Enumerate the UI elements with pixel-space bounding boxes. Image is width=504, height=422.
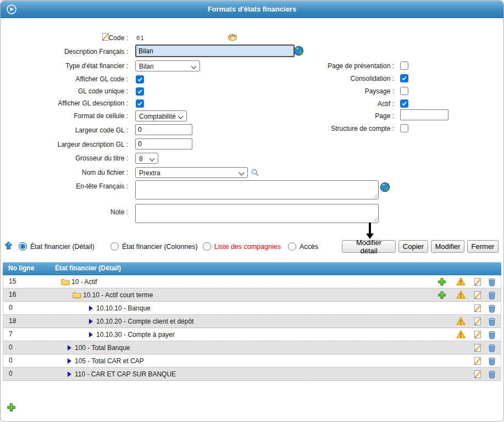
afficher-gl-description-label: Afficher GL description : [1, 99, 128, 107]
tree-arrow-icon[interactable] [87, 318, 95, 325]
type-etat-label: Type d'état financier : [1, 62, 128, 70]
page-presentation-checkbox[interactable] [400, 62, 408, 70]
check-icon [401, 101, 407, 107]
modifier-button[interactable]: Modifier [431, 240, 464, 253]
resize-handle-icon[interactable] [373, 194, 378, 198]
page-label: Page : [231, 112, 394, 120]
radio-acces[interactable]: Accès [288, 242, 318, 251]
check-icon [137, 101, 143, 107]
tree-arrow-icon[interactable] [65, 357, 73, 365]
edit-icon[interactable] [473, 277, 482, 286]
edit-icon[interactable] [473, 370, 482, 379]
edit-icon[interactable] [473, 317, 482, 326]
chevron-down-icon [149, 156, 155, 162]
note-textarea[interactable] [135, 204, 379, 223]
edit-icon[interactable] [473, 330, 482, 339]
edit-icon[interactable] [473, 343, 482, 352]
delete-icon[interactable] [488, 370, 496, 379]
tree-arrow-icon[interactable] [65, 370, 73, 378]
warning-icon[interactable] [456, 316, 466, 326]
radio-liste-des-compagnies[interactable]: Liste des compagnies [203, 242, 281, 251]
edit-icon[interactable] [473, 304, 482, 313]
folder-icon[interactable] [73, 291, 81, 299]
grosseur-titre-select[interactable]: 8 [135, 153, 158, 164]
check-icon [137, 88, 143, 95]
delete-icon[interactable] [488, 277, 496, 286]
table-row: 0 100 - Total Banque [3, 341, 501, 354]
radio-selected-icon [19, 242, 27, 251]
add-row-icon[interactable] [7, 403, 16, 412]
down-arrow-icon [369, 223, 371, 234]
window-titlebar: Formats d'états financiers [1, 1, 503, 18]
nom-fichier-select[interactable]: Prextra [135, 167, 248, 178]
warning-icon[interactable] [456, 290, 466, 299]
check-icon [137, 76, 143, 82]
modifier-detail-button[interactable]: Modifier détail [342, 240, 396, 253]
globe-icon[interactable] [293, 46, 304, 56]
tree-arrow-icon[interactable] [65, 344, 73, 352]
delete-icon[interactable] [488, 304, 496, 313]
consolidation-checkbox[interactable] [400, 74, 408, 82]
afficher-gl-description-checkbox[interactable] [136, 99, 144, 108]
gl-code-unique-checkbox[interactable] [136, 87, 144, 96]
paysage-label: Paysage : [231, 87, 394, 95]
paysage-checkbox[interactable] [400, 87, 408, 95]
description-fr-input[interactable] [135, 45, 295, 57]
delete-icon[interactable] [488, 357, 496, 365]
largeur-code-gl-input[interactable] [135, 124, 192, 135]
radio-etat-financier-detail[interactable]: État financier (Détail) [19, 242, 95, 251]
structure-compte-checkbox[interactable] [400, 124, 408, 132]
radio-etat-financier-colonnes[interactable]: État financier (Colonnes) [110, 242, 198, 251]
column-etat-financier-detail: État financier (Détail) [55, 264, 121, 272]
formats-etats-financiers-window: Formats d'états financiers Code : 01 Des… [0, 0, 504, 422]
edit-icon[interactable] [473, 357, 482, 365]
code-value: 01 [136, 35, 145, 41]
delete-icon[interactable] [488, 343, 496, 352]
table-row: 16 10.10 - Actif court terme [3, 288, 501, 302]
entete-fr-textarea[interactable] [135, 180, 379, 199]
delete-icon[interactable] [488, 330, 496, 339]
circle-play-icon[interactable] [6, 4, 17, 15]
table-header: No ligne État financier (Détail) [3, 262, 501, 275]
copier-button[interactable]: Copier [398, 240, 428, 253]
delete-icon[interactable] [488, 291, 496, 299]
table-row: 0 110 - CAR ET CAP SUR BANQUE [3, 368, 501, 381]
add-icon[interactable] [437, 277, 446, 286]
consolidation-label: Consolidation : [231, 75, 394, 82]
actif-checkbox[interactable] [400, 99, 408, 108]
radio-icon [110, 242, 119, 251]
add-icon[interactable] [437, 291, 446, 299]
tree-arrow-icon[interactable] [87, 331, 95, 338]
delete-icon[interactable] [488, 317, 496, 326]
table-row: 0 10.10.10 - Banque [3, 302, 501, 315]
note-label: Note : [1, 208, 128, 216]
warning-icon[interactable] [456, 277, 466, 286]
fermer-button[interactable]: Fermer [467, 240, 499, 253]
palette-icon[interactable] [228, 32, 237, 42]
entete-fr-label: En-tête Français : [1, 182, 128, 190]
format-cellule-select[interactable]: Comptabilité [135, 110, 187, 121]
nom-fichier-label: Nom du fichier : [1, 169, 128, 176]
collapse-up-arrow-icon[interactable] [4, 241, 13, 249]
warning-icon[interactable] [456, 330, 466, 339]
page-presentation-label: Page de présentation : [231, 62, 394, 70]
resize-handle-icon[interactable] [373, 218, 378, 222]
page-input[interactable] [400, 109, 448, 120]
tree-arrow-icon[interactable] [87, 304, 95, 312]
afficher-gl-code-checkbox[interactable] [136, 75, 144, 84]
actif-label: Actif : [231, 100, 394, 108]
folder-icon[interactable] [61, 277, 70, 286]
grosseur-titre-label: Grosseur du titre : [1, 154, 128, 162]
column-no-ligne: No ligne [8, 264, 34, 272]
table-body: 15 10 - Actif 16 10.10 - Actif court ter… [3, 275, 501, 381]
magnifier-icon[interactable] [251, 168, 259, 177]
globe-icon[interactable] [380, 182, 390, 192]
table-row: 18 10.10.20 - Compte client et dépôt [3, 315, 501, 328]
largeur-description-gl-input[interactable] [135, 138, 192, 149]
chevron-down-icon [178, 114, 184, 119]
edit-icon[interactable] [473, 291, 482, 299]
type-etat-select[interactable]: Bilan [135, 60, 200, 71]
code-label: Code : [1, 34, 128, 42]
description-fr-label: Description Français : [1, 48, 128, 55]
radio-icon [203, 242, 211, 251]
